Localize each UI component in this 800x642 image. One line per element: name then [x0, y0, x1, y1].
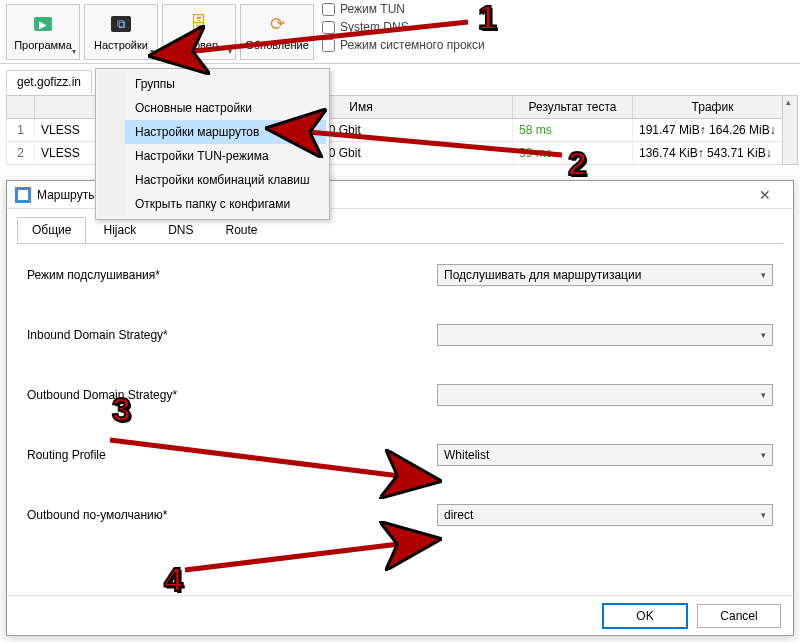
default-outbound-combo[interactable]: direct ▾: [437, 504, 773, 526]
program-label: Программа: [14, 39, 72, 51]
default-outbound-value: direct: [444, 508, 473, 522]
refresh-icon: ⟳: [266, 13, 288, 35]
chevron-down-icon: ▾: [228, 47, 232, 56]
dns-checkbox[interactable]: [322, 21, 335, 34]
chevron-down-icon: ▾: [150, 47, 154, 56]
ok-button[interactable]: OK: [603, 604, 687, 628]
chevron-down-icon: ▾: [761, 330, 766, 340]
menu-item-hotkeys[interactable]: Настройки комбинаций клавиш: [125, 168, 326, 192]
chevron-down-icon: ▾: [761, 450, 766, 460]
tab-hijack[interactable]: Hijack: [88, 217, 151, 243]
default-outbound-label: Outbound по-умолчанию*: [27, 508, 437, 522]
settings-icon: ⧉: [110, 13, 132, 35]
settings-dropdown-menu: Группы Основные настройки Настройки марш…: [95, 68, 330, 220]
dialog-title: Маршруты: [37, 188, 97, 202]
row-traffic: 191.47 MiB↑ 164.26 MiB↓: [633, 119, 793, 141]
routing-profile-label: Routing Profile: [27, 448, 437, 462]
proxy-label: Режим системного прокси: [340, 38, 485, 52]
tun-checkbox[interactable]: [322, 3, 335, 16]
settings-label: Настройки: [94, 39, 148, 51]
menu-item-route-settings[interactable]: Настройки маршрутов: [125, 120, 326, 144]
outbound-strategy-label: Outbound Domain Strategy*: [27, 388, 437, 402]
chevron-down-icon: ▾: [72, 47, 76, 56]
server-button[interactable]: 🗄 Сервер ▾: [162, 4, 236, 60]
col-test: Результат теста: [513, 96, 633, 118]
update-label: Обновление: [245, 39, 309, 51]
col-traffic: Трафик: [633, 96, 793, 118]
row-traffic: 136.74 KiB↑ 543.71 KiB↓: [633, 142, 793, 164]
menu-item-groups[interactable]: Группы: [125, 72, 326, 96]
row-index: 2: [7, 142, 35, 164]
dialog-footer: OK Cancel: [7, 595, 793, 635]
chevron-down-icon: ▾: [761, 390, 766, 400]
tab-general[interactable]: Общие: [17, 217, 86, 243]
chevron-down-icon: ▾: [761, 510, 766, 520]
menu-item-main-settings[interactable]: Основные настройки: [125, 96, 326, 120]
routes-dialog: Маршруты ✕ Общие Hijack DNS Route Режим …: [6, 180, 794, 636]
system-proxy-check[interactable]: Режим системного прокси: [322, 38, 485, 52]
server-label: Сервер: [180, 39, 218, 51]
app-icon: [15, 187, 31, 203]
row-test: 59 ms: [513, 142, 633, 164]
row-index: 1: [7, 119, 35, 141]
svg-rect-1: [18, 190, 28, 200]
routing-profile-combo[interactable]: Whitelist ▾: [437, 444, 773, 466]
sniff-mode-label: Режим подслушивания*: [27, 268, 437, 282]
col-index: [7, 96, 35, 118]
sniff-mode-combo[interactable]: Подслушивать для маршрутизации ▾: [437, 264, 773, 286]
dialog-body: Режим подслушивания* Подслушивать для ма…: [17, 243, 783, 595]
tab-route[interactable]: Route: [210, 217, 272, 243]
outbound-strategy-combo[interactable]: ▾: [437, 384, 773, 406]
system-dns-check[interactable]: System DNS: [322, 20, 485, 34]
cancel-button[interactable]: Cancel: [697, 604, 781, 628]
close-icon[interactable]: ✕: [745, 187, 785, 203]
proxy-checkbox[interactable]: [322, 39, 335, 52]
routing-profile-value: Whitelist: [444, 448, 489, 462]
mode-checklist: Режим TUN System DNS Режим системного пр…: [322, 2, 485, 52]
sniff-mode-value: Подслушивать для маршрутизации: [444, 268, 641, 282]
menu-item-tun-settings[interactable]: Настройки TUN-режима: [125, 144, 326, 168]
tab-dns[interactable]: DNS: [153, 217, 208, 243]
row-test: 58 ms: [513, 119, 633, 141]
menu-item-open-config-folder[interactable]: Открыть папку с конфигами: [125, 192, 326, 216]
program-button[interactable]: ▶ Программа ▾: [6, 4, 80, 60]
chevron-down-icon: ▾: [761, 270, 766, 280]
vertical-scrollbar[interactable]: [782, 95, 798, 165]
tun-mode-check[interactable]: Режим TUN: [322, 2, 485, 16]
inbound-strategy-label: Inbound Domain Strategy*: [27, 328, 437, 342]
inbound-strategy-combo[interactable]: ▾: [437, 324, 773, 346]
server-icon: 🗄: [188, 13, 210, 35]
play-icon: ▶: [32, 13, 54, 35]
settings-button[interactable]: ⧉ Настройки ▾: [84, 4, 158, 60]
update-button[interactable]: ⟳ Обновление: [240, 4, 314, 60]
dns-label: System DNS: [340, 20, 409, 34]
tun-label: Режим TUN: [340, 2, 405, 16]
subscription-tab[interactable]: get.gofizz.in: [6, 70, 92, 93]
